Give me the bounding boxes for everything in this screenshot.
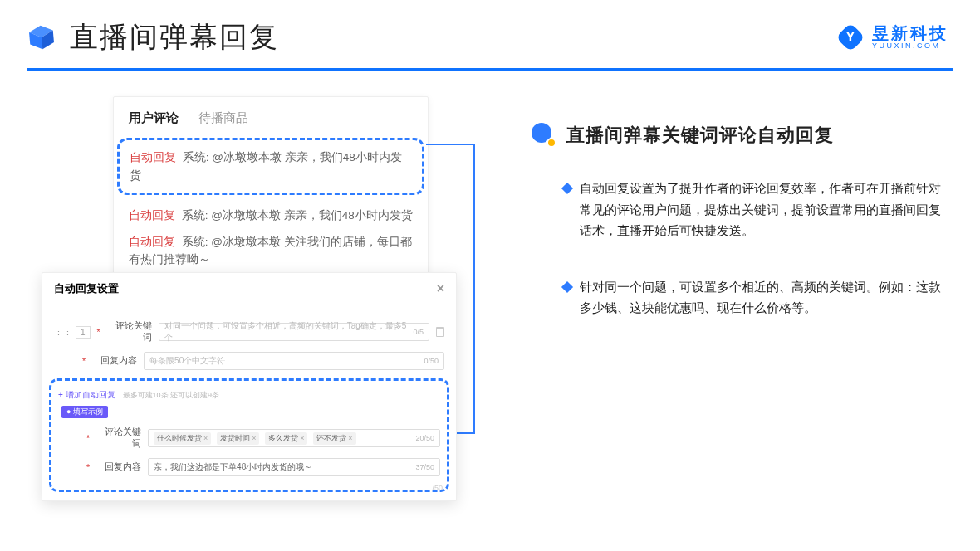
svg-text:Y: Y	[846, 29, 855, 44]
page-header: 直播间弹幕回复 Y 昱新科技 YUUXIN.COM	[0, 0, 980, 56]
example-highlight: + 增加自动回复 最多可建10条 还可以创建9条 ● 填写示例 * 评论关键词 …	[49, 378, 449, 492]
tab-user-comments[interactable]: 用户评论	[129, 110, 179, 126]
bullet-item: 自动回复设置为了提升作者的评论回复效率，作者可在开播前针对常见的评论用户问题，提…	[563, 178, 948, 241]
example-reply-input[interactable]: 亲，我们这边都是下单48小时内发货的哦～ 37/50	[148, 458, 440, 476]
diamond-icon	[561, 280, 573, 292]
description-column: 直播间弹幕关键词评论自动回复 自动回复设置为了提升作者的评论回复效率，作者可在开…	[532, 96, 948, 319]
brand-icon: Y	[835, 22, 865, 52]
comment-item: 自动回复 系统: @冰墩墩本墩 亲亲，我们48小时内发货	[129, 207, 413, 225]
close-icon[interactable]: ×	[437, 281, 444, 296]
brand-name-cn: 昱新科技	[872, 24, 948, 42]
keyword-label: 评论关键词	[107, 320, 152, 344]
keyword-input[interactable]: 对同一个问题，可设置多个相近，高频的关键词，Tag确定，最多5个 0/5	[159, 323, 429, 341]
add-auto-reply-link[interactable]: + 增加自动回复	[58, 390, 115, 399]
brand-logo: Y 昱新科技 YUUXIN.COM	[835, 22, 948, 52]
bubble-icon	[532, 123, 556, 148]
brand-name-en: YUUXIN.COM	[872, 42, 948, 51]
diamond-icon	[561, 183, 573, 194]
drag-handle-icon[interactable]: ⋮⋮ 1	[54, 326, 91, 339]
page-title: 直播间弹幕回复	[70, 18, 279, 56]
bottom-counter: /50	[432, 484, 443, 492]
tab-pending-goods[interactable]: 待播商品	[198, 110, 248, 126]
feature-title: 直播间弹幕关键词评论自动回复	[566, 123, 834, 148]
example-keyword-input[interactable]: 什么时候发货× 发货时间× 多久发货× 还不发货× 20/50	[148, 429, 440, 447]
system-label: 系统:	[183, 151, 209, 163]
connector-line	[473, 144, 475, 434]
highlighted-comment: 自动回复 系统: @冰墩墩本墩 亲亲，我们48小时内发货	[117, 138, 424, 195]
comment-item: 自动回复 系统: @冰墩墩本墩 关注我们的店铺，每日都有热门推荐呦～	[129, 233, 413, 269]
cube-icon	[25, 21, 57, 53]
example-badge: ● 填写示例	[61, 406, 108, 418]
trash-icon[interactable]	[436, 327, 444, 337]
settings-modal: 自动回复设置 × ⋮⋮ 1 * 评论关键词 对同一个问题，可设置多个相近，高频的…	[42, 272, 457, 501]
limit-hint: 最多可建10条 还可以创建9条	[123, 391, 220, 399]
reply-label: 回复内容	[92, 355, 137, 367]
tabs: 用户评论 待播商品	[129, 110, 413, 126]
mockup-column: 用户评论 待播商品 自动回复 系统: @冰墩墩本墩 亲亲，我们48小时内发货 自…	[42, 96, 457, 319]
auto-reply-label: 自动回复	[130, 151, 176, 163]
bullet-item: 针对同一个问题，可设置多个相近的、高频的关键词。例如：这款多少钱、这块能优惠吗、…	[563, 276, 948, 319]
reply-input[interactable]: 每条限50个中文字符 0/50	[144, 352, 444, 370]
settings-title: 自动回复设置	[54, 281, 119, 296]
